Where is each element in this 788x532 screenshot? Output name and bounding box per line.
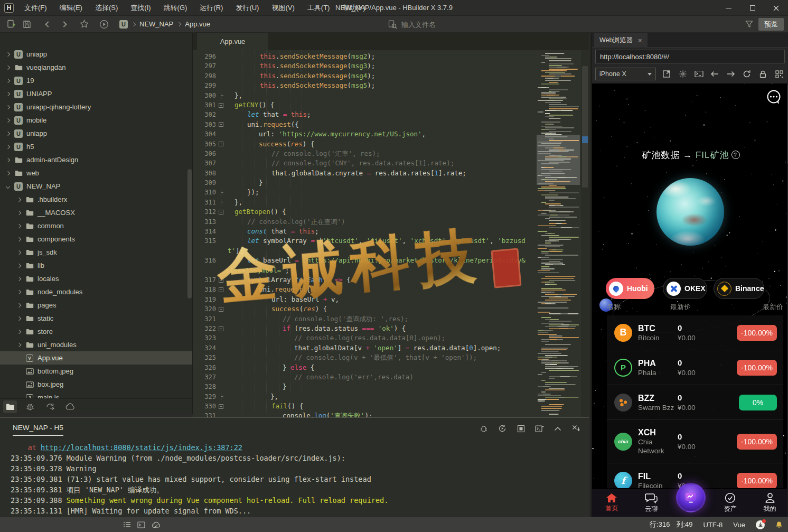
tree-item--macosx[interactable]: __MACOSX [0,206,192,219]
tree-item-19[interactable]: U19 [0,74,192,87]
coin-row-xch[interactable]: chia XCHChia Network 0¥0.00 -100.00% [607,420,783,463]
collapse-panel-icon[interactable] [552,423,563,434]
tree-item-box-jpeg[interactable]: box.jpeg [0,378,192,391]
nav-item-0[interactable]: 首页 [592,489,632,517]
tree-item-lib[interactable]: lib [0,259,192,272]
tree-item-bottom-jpeg[interactable]: bottom.jpeg [0,365,192,378]
tree-item-locales[interactable]: locales [0,272,192,285]
breadcrumb-project[interactable]: NEW_NAP [139,20,173,28]
minimize-button[interactable] [717,0,740,16]
debug-icon[interactable] [23,400,37,413]
new-file-icon[interactable] [3,17,19,31]
menu-item-2[interactable]: 选择(S) [90,2,123,14]
scrollbar-thumb[interactable] [582,66,588,188]
tree-item-components[interactable]: components [0,232,192,246]
open-external-icon[interactable] [661,68,672,80]
close-tab-icon[interactable]: × [638,36,642,44]
files-view-icon[interactable] [3,400,17,413]
forward-icon[interactable] [56,17,72,31]
sync-share-icon[interactable] [43,400,57,413]
exchange-tab-okex[interactable]: OKEX [663,278,707,299]
cloud-icon[interactable] [63,400,77,413]
address-bar[interactable] [595,50,785,63]
tree-item-uniapp[interactable]: Uuniapp [0,127,192,140]
nav-item-1[interactable]: 云聊 [632,489,671,517]
tree-item-admin-antdesign[interactable]: admin-antDesign [0,153,192,166]
terminal-icon[interactable] [137,521,145,528]
tree-item-node-modules[interactable]: node_modules [0,285,192,298]
menu-item-7[interactable]: 视图(V) [266,2,299,14]
clear-console-icon[interactable] [571,423,581,434]
tree-item-store[interactable]: store [0,325,192,338]
editor-scrollbar[interactable] [581,50,589,417]
tree-item-uniapp-qihang-lottery[interactable]: Uuniapp-qihang-lottery [0,100,192,114]
menu-item-1[interactable]: 编辑(E) [54,2,88,14]
tree-item-static[interactable]: static [0,312,192,325]
settings-gear-icon[interactable] [677,68,688,80]
filter-funnel-icon[interactable] [745,20,753,28]
preview-button[interactable]: 预览 [758,18,784,31]
menu-item-0[interactable]: 文件(F) [19,2,52,14]
update-download-icon[interactable] [756,520,765,529]
sidebar-scrollbar[interactable] [187,169,192,298]
lock-icon[interactable] [757,68,768,80]
encoding[interactable]: UTF-8 [703,521,723,529]
menu-item-3[interactable]: 查找(I) [125,2,156,14]
minimap[interactable] [537,50,580,417]
nav-item-3[interactable]: 资产 [710,489,750,517]
nav-back-icon[interactable] [709,68,720,80]
menu-item-9[interactable]: 帮助(Y) [337,2,370,14]
tree-item--hbuilderx[interactable]: .hbuilderx [0,193,192,206]
restart-icon[interactable] [497,423,508,434]
tree-item-common[interactable]: common [0,219,192,232]
maximize-button[interactable] [740,0,764,16]
tree-item-pages[interactable]: pages [0,298,192,312]
nav-forward-icon[interactable] [725,68,736,80]
console-output[interactable]: at http://localhost:8080/static/js/index… [11,442,388,516]
help-icon[interactable]: ? [731,151,740,159]
debug-console-icon[interactable] [479,423,489,434]
tree-item-app-vue[interactable]: VApp.vue [0,351,192,365]
language-mode[interactable]: Vue [733,521,745,529]
console-link[interactable]: http://localhost:8080/static/js/index.js… [41,443,242,452]
bookmark-star-icon[interactable] [76,17,92,31]
menu-item-6[interactable]: 发行(U) [230,2,264,14]
tree-item-vueqiangdan[interactable]: vueqiangdan [0,61,192,74]
tree-item-mobile[interactable]: Umobile [0,114,192,127]
search-input[interactable] [401,21,731,29]
notifications-bell-icon[interactable] [775,521,783,529]
coin-row-btc[interactable]: B BTCBitcoin 0¥0.00 -100.00% [607,315,783,350]
console-terminal-icon[interactable] [693,68,704,80]
menu-item-8[interactable]: 工具(T) [302,2,335,14]
tree-item-web[interactable]: web [0,166,192,180]
exchange-tab-huobi[interactable]: Huobi [606,278,654,299]
menu-item-4[interactable]: 跳转(G) [158,2,193,14]
coin-row-bzz[interactable]: BZZSwarm Bzz 0¥0.00 0% [607,385,783,420]
breadcrumb-file[interactable]: App.vue [185,20,210,28]
nav-item-4[interactable]: 我的 [750,489,788,517]
tree-item-js-sdk[interactable]: js_sdk [0,246,192,259]
tree-item-uni-modules[interactable]: uni_modules [0,338,192,351]
cursor-col[interactable]: 列:49 [676,520,692,529]
save-icon[interactable] [19,17,35,31]
console-tab[interactable]: NEW_NAP - H5 [13,424,63,436]
run-icon[interactable] [96,17,112,31]
tree-item-uniapp[interactable]: Uuniapp [0,48,192,61]
problems-list-icon[interactable] [123,521,131,528]
qr-code-icon[interactable] [774,68,785,80]
refresh-icon[interactable] [742,68,753,80]
device-selector[interactable]: iPhone X [595,68,656,80]
back-icon[interactable] [40,17,56,31]
cloud-status-icon[interactable] [152,521,161,528]
tab-app-vue[interactable]: App.vue [197,33,268,50]
stop-icon[interactable] [515,423,526,434]
close-button[interactable] [764,0,788,16]
new-terminal-icon[interactable] [534,423,545,434]
menu-item-5[interactable]: 运行(R) [194,2,228,14]
file-search[interactable] [388,18,731,31]
exchange-tab-binance[interactable]: Binance [714,278,764,299]
tree-item-new-nap[interactable]: UNEW_NAP [0,180,192,193]
tree-item-h5[interactable]: Uh5 [0,140,192,153]
fil-pool-link[interactable]: FIL矿池 [696,150,729,160]
tree-item-uniapp[interactable]: UUNIAPP [0,87,192,100]
